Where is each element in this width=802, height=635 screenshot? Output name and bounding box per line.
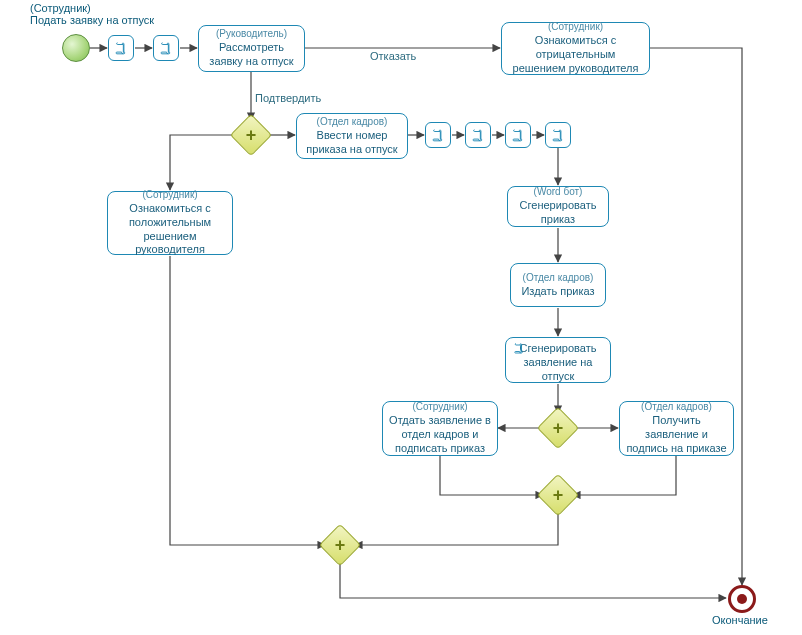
process-title-name: Подать заявку на отпуск (30, 14, 154, 26)
task-role: (Руководитель) (216, 28, 287, 39)
task-name: Издать приказ (521, 285, 594, 299)
script-icon (114, 41, 128, 55)
end-event-label: Окончание (712, 614, 768, 626)
task-issue-order[interactable]: (Отдел кадров) Издать приказ (510, 263, 606, 307)
gateway-parallel-join[interactable]: + (543, 480, 573, 510)
process-title-role: (Сотрудник) (30, 2, 91, 14)
script-icon (551, 128, 565, 142)
edge-label-reject: Отказать (370, 50, 416, 62)
task-enter-order-number[interactable]: (Отдел кадров) Ввести номер приказа на о… (296, 113, 408, 159)
task-generate-order[interactable]: (Word бот) Сгенерировать приказ (507, 186, 609, 227)
task-role: (Сотрудник) (412, 401, 467, 412)
task-review-request[interactable]: (Руководитель) Рассмотреть заявку на отп… (198, 25, 305, 72)
task-role: (Отдел кадров) (523, 272, 594, 283)
task-name: Ознакомиться с положительным решением ру… (114, 202, 226, 257)
task-sign-and-submit[interactable]: (Сотрудник) Отдать заявление в отдел кад… (382, 401, 498, 456)
script-task-5[interactable] (505, 122, 531, 148)
task-name: Получить заявление и подпись на приказе (626, 414, 727, 455)
script-task-1[interactable] (108, 35, 134, 61)
task-role: (Отдел кадров) (317, 116, 388, 127)
script-icon (431, 128, 445, 142)
script-icon (471, 128, 485, 142)
gateway-parallel-split[interactable]: + (543, 413, 573, 443)
gateway-final-join[interactable]: + (325, 530, 355, 560)
task-name: Ознакомиться с отрицательным решением ру… (508, 34, 643, 75)
connectors (0, 0, 802, 635)
process-title: (Сотрудник) Подать заявку на отпуск (30, 2, 190, 26)
task-role: (Word бот) (534, 186, 583, 197)
end-event[interactable] (728, 585, 756, 613)
task-receive-application[interactable]: (Отдел кадров) Получить заявление и подп… (619, 401, 734, 456)
bpmn-diagram: (Сотрудник) Подать заявку на отпуск (Рук… (0, 0, 802, 635)
script-icon (512, 342, 526, 356)
task-name: Сгенерировать приказ (514, 199, 602, 227)
edge-label-approve: Подтвердить (255, 92, 321, 104)
start-event[interactable] (62, 34, 90, 62)
gateway-approve-split[interactable]: + (236, 120, 266, 150)
task-role: (Отдел кадров) (641, 401, 712, 412)
script-icon (159, 41, 173, 55)
script-icon (511, 128, 525, 142)
script-task-3[interactable] (425, 122, 451, 148)
task-name: Ввести номер приказа на отпуск (303, 129, 401, 157)
task-positive-decision[interactable]: (Сотрудник) Ознакомиться с положительным… (107, 191, 233, 255)
script-task-2[interactable] (153, 35, 179, 61)
script-task-6[interactable] (545, 122, 571, 148)
task-role: (Сотрудник) (548, 21, 603, 32)
task-negative-decision[interactable]: (Сотрудник) Ознакомиться с отрицательным… (501, 22, 650, 75)
script-task-4[interactable] (465, 122, 491, 148)
task-name: Отдать заявление в отдел кадров и подпис… (389, 414, 491, 455)
task-generate-application[interactable]: Сгенерировать заявление на отпуск (505, 337, 611, 383)
task-role: (Сотрудник) (142, 189, 197, 200)
task-name: Рассмотреть заявку на отпуск (205, 41, 298, 69)
